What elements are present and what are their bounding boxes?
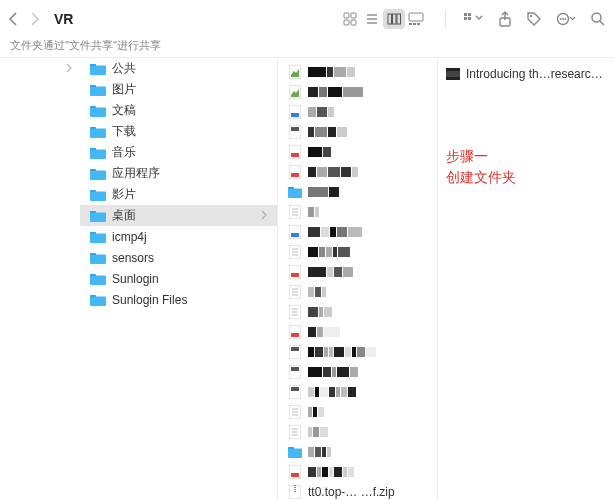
svg-rect-30 bbox=[90, 148, 96, 150]
view-list-mode[interactable] bbox=[361, 9, 383, 29]
docx-icon bbox=[288, 225, 302, 239]
desktop-item[interactable] bbox=[278, 122, 437, 142]
desktop-item[interactable] bbox=[278, 242, 437, 262]
desktop-item[interactable] bbox=[278, 422, 437, 442]
svg-rect-104 bbox=[446, 77, 460, 80]
desktop-item[interactable] bbox=[278, 342, 437, 362]
desktop-item[interactable] bbox=[278, 202, 437, 222]
svg-rect-1 bbox=[351, 13, 356, 18]
redacted-label bbox=[308, 147, 331, 157]
svg-rect-48 bbox=[288, 187, 294, 189]
txt-icon bbox=[288, 305, 302, 319]
folder-item[interactable]: 文稿 bbox=[80, 100, 277, 121]
folder-label: Sunlogin bbox=[112, 272, 159, 286]
desktop-item[interactable] bbox=[278, 102, 437, 122]
tag-button[interactable] bbox=[526, 11, 542, 27]
svg-rect-76 bbox=[291, 387, 299, 391]
file-label: Introducing th…research.mp4 bbox=[466, 67, 606, 81]
desktop-item[interactable] bbox=[278, 282, 437, 302]
desktop-item[interactable] bbox=[278, 442, 437, 462]
folder-label: 图片 bbox=[112, 81, 136, 98]
search-button[interactable] bbox=[590, 11, 606, 27]
desktop-item[interactable] bbox=[278, 302, 437, 322]
annotation-overlay: 步骤一 创建文件夹 bbox=[446, 146, 516, 188]
blank-icon bbox=[288, 405, 302, 419]
desktop-item[interactable] bbox=[278, 362, 437, 382]
svg-rect-70 bbox=[291, 333, 299, 337]
desktop-column: tt0.top-… …f.zipVRyolota… bbox=[278, 58, 438, 500]
svg-rect-2 bbox=[344, 20, 349, 25]
folder-item[interactable]: 影片 bbox=[80, 184, 277, 205]
desktop-item[interactable] bbox=[278, 262, 437, 282]
desktop-item[interactable] bbox=[278, 402, 437, 422]
desktop-item[interactable] bbox=[278, 382, 437, 402]
svg-rect-32 bbox=[90, 190, 96, 192]
more-button[interactable] bbox=[556, 12, 576, 26]
pdf-icon bbox=[288, 165, 302, 179]
svg-rect-9 bbox=[397, 14, 401, 24]
pdf-icon bbox=[288, 465, 302, 479]
desktop-item[interactable] bbox=[278, 162, 437, 182]
folder-icon bbox=[90, 105, 106, 117]
svg-rect-15 bbox=[468, 13, 471, 16]
share-button[interactable] bbox=[498, 11, 512, 27]
folder-item[interactable]: 图片 bbox=[80, 79, 277, 100]
folder-item[interactable]: 公共 bbox=[80, 58, 277, 79]
sidebar-item[interactable] bbox=[0, 58, 80, 78]
desktop-item[interactable] bbox=[278, 182, 437, 202]
column-browser: 公共图片文稿下载音乐应用程序影片桌面icmp4jsensorsSunloginS… bbox=[0, 58, 614, 500]
svg-rect-10 bbox=[409, 13, 423, 21]
desktop-item[interactable] bbox=[278, 222, 437, 242]
svg-rect-33 bbox=[90, 211, 96, 213]
svg-rect-87 bbox=[291, 473, 299, 477]
folder-item[interactable]: 音乐 bbox=[80, 142, 277, 163]
redacted-label bbox=[308, 87, 363, 97]
desktop-item[interactable] bbox=[278, 62, 437, 82]
redacted-label bbox=[308, 107, 334, 117]
desktop-item[interactable] bbox=[278, 462, 437, 482]
folder-item[interactable]: 应用程序 bbox=[80, 163, 277, 184]
png-icon bbox=[288, 65, 302, 79]
group-by-button[interactable] bbox=[464, 12, 484, 26]
nav-back-button[interactable] bbox=[8, 12, 18, 26]
folder-item[interactable]: 下载 bbox=[80, 121, 277, 142]
redacted-label bbox=[308, 447, 331, 457]
svg-rect-85 bbox=[288, 447, 294, 449]
blank-icon bbox=[288, 285, 302, 299]
view-column-mode[interactable] bbox=[383, 9, 405, 29]
folder-item[interactable]: 桌面 bbox=[80, 205, 277, 226]
folder-item[interactable]: sensors bbox=[80, 247, 277, 268]
svg-rect-28 bbox=[90, 106, 96, 108]
desktop-item[interactable] bbox=[278, 82, 437, 102]
window-title: VR bbox=[54, 11, 73, 27]
svg-rect-37 bbox=[90, 295, 96, 297]
redacted-label bbox=[308, 307, 332, 317]
folder-item[interactable]: Sunlogin bbox=[80, 268, 277, 289]
desktop-item[interactable] bbox=[278, 322, 437, 342]
redacted-label bbox=[308, 467, 354, 477]
folder-icon bbox=[288, 445, 302, 459]
redacted-label bbox=[308, 267, 353, 277]
file-item[interactable]: Introducing th…research.mp4 bbox=[446, 64, 606, 84]
view-gallery-mode[interactable] bbox=[405, 9, 427, 29]
desktop-item[interactable] bbox=[278, 142, 437, 162]
pdf-icon bbox=[288, 325, 302, 339]
redacted-label bbox=[308, 387, 356, 397]
svg-rect-47 bbox=[291, 173, 299, 177]
folder-label: Sunlogin Files bbox=[112, 293, 187, 307]
folder-item[interactable]: icmp4j bbox=[80, 226, 277, 247]
view-icon-mode[interactable] bbox=[339, 9, 361, 29]
txt-icon bbox=[288, 425, 302, 439]
view-mode-segmented[interactable] bbox=[339, 9, 427, 29]
svg-rect-16 bbox=[464, 17, 467, 20]
annotation-line1: 步骤一 bbox=[446, 146, 516, 167]
dmg-icon bbox=[288, 385, 302, 399]
redacted-label bbox=[308, 327, 340, 337]
redacted-label bbox=[308, 287, 326, 297]
svg-rect-31 bbox=[90, 169, 96, 171]
desktop-item[interactable]: tt0.top-… …f.zip bbox=[278, 482, 437, 500]
folder-label: icmp4j bbox=[112, 230, 147, 244]
nav-forward-button[interactable] bbox=[30, 12, 40, 26]
folder-label: 下载 bbox=[112, 123, 136, 140]
folder-item[interactable]: Sunlogin Files bbox=[80, 289, 277, 310]
